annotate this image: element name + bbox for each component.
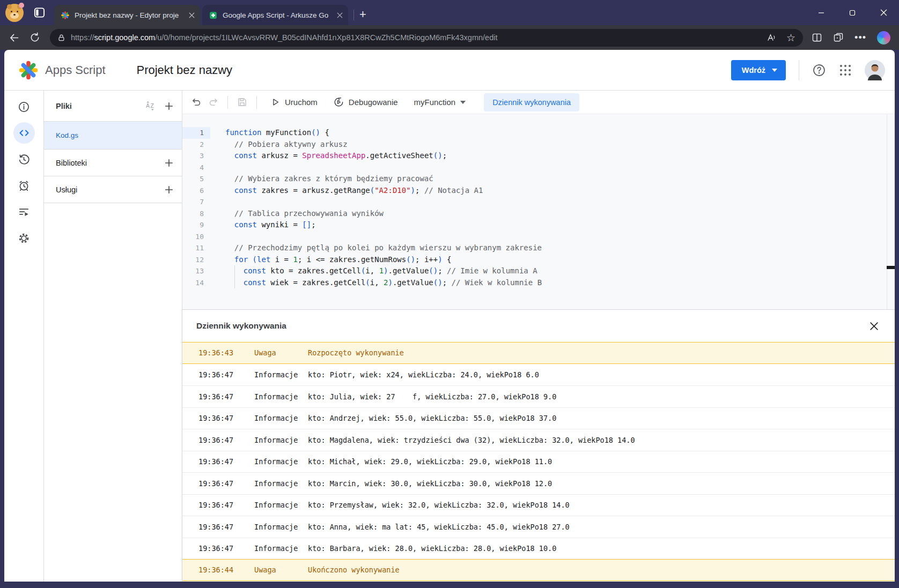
refresh-icon[interactable] [30, 32, 40, 43]
log-timestamp: 19:36:47 [198, 544, 254, 553]
address-bar[interactable]: https://script.google.com/u/0/home/proje… [50, 29, 803, 47]
log-row: 19:36:47Informacjekto: Magdalena, wiek: … [182, 429, 895, 451]
app-header: Apps Script Projekt bez nazwy Wdróż [4, 50, 895, 90]
line-number[interactable]: 12 [182, 254, 210, 266]
code-line[interactable] [225, 196, 895, 208]
url-path: /u/0/home/projects/1ILWcAvsvRRW_B05cdINA… [155, 33, 497, 42]
debug-button[interactable]: Debugowanie [334, 97, 398, 107]
line-number[interactable]: 7 [182, 196, 210, 208]
more-options-icon[interactable]: ••• [854, 32, 866, 43]
url-text[interactable]: https://script.google.com/u/0/home/proje… [71, 33, 756, 42]
indent-guide [234, 265, 235, 288]
tab-title: Projekt bez nazwy - Edytor proje [75, 11, 184, 19]
execution-log-button[interactable]: Dziennik wykonywania [484, 93, 579, 111]
back-icon[interactable] [9, 32, 20, 43]
line-number[interactable]: 8 [182, 208, 210, 220]
editor-column: Uruchom Debugowanie myFunction Dziennik … [182, 91, 895, 582]
bear-nose [13, 14, 16, 16]
line-number[interactable]: 6 [182, 185, 210, 197]
add-service-icon[interactable] [164, 184, 174, 195]
run-label: Uruchom [285, 98, 318, 107]
save-icon[interactable] [237, 96, 248, 108]
execution-log-panel: Dziennik wykonywania 19:36:43UwagaRozpoc… [182, 309, 895, 582]
left-rail [4, 91, 44, 582]
line-number[interactable]: 11 [182, 242, 210, 254]
lock-icon[interactable] [57, 33, 65, 42]
browser-toolbar: https://script.google.com/u/0/home/proje… [0, 25, 899, 50]
profile-badge [19, 3, 24, 8]
run-button[interactable]: Uruchom [271, 98, 318, 107]
copilot-icon[interactable] [877, 31, 890, 44]
code-line[interactable]: // Tablica przechowywania wyników [225, 208, 895, 220]
code-line[interactable]: const wiek = zakres.getCell(i, 2).getVal… [225, 277, 895, 289]
redo-icon[interactable] [208, 96, 219, 108]
add-file-icon[interactable] [164, 101, 174, 111]
line-number[interactable]: 2 [182, 139, 210, 151]
editor-code-icon[interactable] [13, 122, 35, 144]
settings-gear-icon[interactable] [13, 227, 35, 249]
code-line[interactable]: for (let i = 1; i <= zakres.getNumRows()… [225, 254, 895, 266]
code-line[interactable]: // Przechodzimy pętlą po kolei po każdym… [225, 242, 895, 254]
code-line[interactable]: function myFunction() { [225, 127, 895, 139]
browser-titlebar: Projekt bez nazwy - Edytor proje Google … [0, 0, 899, 25]
add-library-icon[interactable] [164, 158, 174, 168]
user-avatar[interactable] [865, 60, 885, 80]
line-number[interactable]: 10 [182, 231, 210, 243]
log-level: Informacje [254, 479, 308, 488]
line-number[interactable]: 3 [182, 150, 210, 162]
line-number[interactable]: 13 [182, 265, 210, 277]
triggers-alarm-icon[interactable] [13, 175, 35, 196]
code-line[interactable]: const wyniki = []; [225, 219, 895, 231]
tab-close-icon[interactable] [337, 12, 343, 18]
line-number[interactable]: 5 [182, 173, 210, 185]
files-header: Pliki A Z [44, 91, 182, 122]
file-item-kod-gs[interactable]: Kod.gs [44, 122, 182, 150]
code-line[interactable]: // Wybiera zakres z którym będziemy prac… [225, 173, 895, 185]
line-number[interactable]: 1 [182, 127, 210, 139]
undo-icon[interactable] [191, 96, 202, 108]
collections-icon[interactable] [833, 32, 844, 43]
project-history-icon[interactable] [13, 148, 35, 170]
help-icon[interactable] [812, 63, 826, 77]
code-line[interactable] [225, 162, 895, 174]
code-line[interactable]: // Pobiera aktywny arkusz [225, 139, 895, 151]
tab-separator [353, 10, 354, 20]
read-aloud-icon[interactable] [766, 33, 777, 42]
tab-close-icon[interactable] [189, 12, 195, 18]
executions-list-icon[interactable] [13, 201, 35, 222]
header-divider [799, 60, 799, 80]
toolbar-actions: ••• [812, 31, 890, 44]
tab-google-sheets[interactable]: Google Apps Script - Arkusze Go [202, 5, 348, 25]
tab-layout-icon[interactable] [33, 6, 46, 19]
overview-info-icon[interactable] [13, 96, 35, 117]
project-title[interactable]: Projekt bez nazwy [137, 63, 233, 77]
function-name: myFunction [414, 98, 456, 107]
sheets-favicon [209, 11, 218, 20]
log-message: Ukończono wykonywanie [308, 565, 895, 574]
browser-profile-avatar[interactable] [5, 4, 24, 22]
close-icon[interactable] [869, 322, 879, 331]
chevron-down-icon [772, 69, 777, 72]
google-apps-grid-icon[interactable] [840, 65, 851, 76]
line-number[interactable]: 14 [182, 277, 210, 289]
function-selector[interactable]: myFunction [414, 98, 466, 107]
new-tab-button[interactable]: + [359, 8, 366, 21]
code-editor[interactable]: 1234567891011121314 function myFunction(… [182, 114, 895, 309]
code-line[interactable]: const kto = zakres.getCell(i, 1).getValu… [225, 265, 895, 277]
line-number[interactable]: 9 [182, 219, 210, 231]
code-line[interactable] [225, 231, 895, 243]
bear-ear [7, 4, 12, 9]
line-number[interactable]: 4 [182, 162, 210, 174]
code-line[interactable]: const zakres = arkusz.getRange("A2:D10")… [225, 185, 895, 197]
deploy-button[interactable]: Wdróż [731, 60, 786, 80]
favorite-star-icon[interactable]: ☆ [786, 33, 795, 43]
close-window-button[interactable] [868, 0, 899, 25]
code-line[interactable]: const arkusz = SpreadsheetApp.getActiveS… [225, 150, 895, 162]
editor-scrollbar[interactable] [887, 114, 895, 309]
maximize-button[interactable] [837, 0, 868, 25]
tab-apps-script-editor[interactable]: Projekt bez nazwy - Edytor proje [54, 5, 200, 25]
minimize-button[interactable] [806, 0, 837, 25]
log-level: Informacje [254, 436, 308, 444]
split-screen-icon[interactable] [812, 32, 822, 43]
sort-az-icon[interactable]: A Z [145, 100, 156, 111]
